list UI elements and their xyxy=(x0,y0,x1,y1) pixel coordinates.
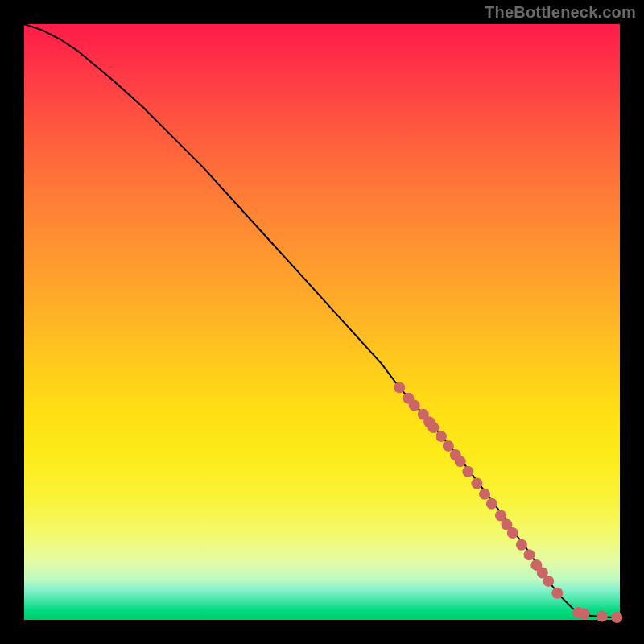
curve-line xyxy=(24,24,620,617)
data-point xyxy=(443,440,454,452)
scatter-points xyxy=(394,382,622,623)
data-point xyxy=(427,422,439,433)
attribution-label: TheBottleneck.com xyxy=(485,3,636,22)
data-point xyxy=(486,498,497,510)
data-point xyxy=(479,489,490,500)
plot-area xyxy=(24,24,620,620)
data-point xyxy=(455,456,466,467)
data-point xyxy=(507,527,518,539)
data-point xyxy=(597,611,608,622)
data-point xyxy=(394,382,405,393)
data-point xyxy=(471,478,482,489)
data-point xyxy=(462,466,473,477)
data-point xyxy=(524,549,535,560)
chart-frame: TheBottleneck.com xyxy=(0,0,644,644)
data-point xyxy=(579,609,590,620)
chart-svg xyxy=(24,24,620,620)
data-point xyxy=(516,539,527,551)
data-point xyxy=(543,576,554,587)
data-point xyxy=(611,612,622,623)
data-point xyxy=(409,400,420,411)
data-point xyxy=(436,431,447,442)
data-point xyxy=(551,588,563,599)
